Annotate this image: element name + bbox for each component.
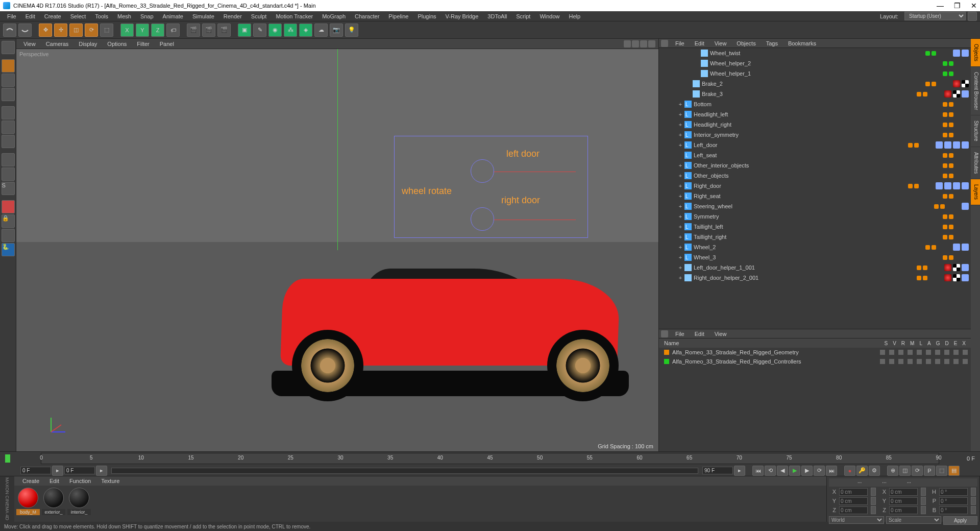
object-row[interactable]: Wheel_twist [659,48,971,58]
menu-pipeline[interactable]: Pipeline [384,12,412,20]
visibility-dot[interactable] [943,255,947,260]
menu-script[interactable]: Script [512,12,534,20]
deformer-button[interactable]: ◈ [299,23,312,37]
visibility-dot[interactable] [943,174,947,178]
vp-nav-icon[interactable] [640,40,647,47]
visibility-dot[interactable] [949,123,953,127]
points-mode[interactable] [2,106,15,119]
laymenu-view[interactable]: View [710,330,731,337]
environment-button[interactable]: ☁ [314,23,328,37]
visibility-dot[interactable] [914,143,919,148]
layer-flag[interactable] [917,350,922,355]
tag-t2[interactable] [962,90,969,98]
laymenu-file[interactable]: File [671,330,689,337]
visibility-dot[interactable] [908,184,913,188]
workplane-mode[interactable] [2,88,15,101]
tag-chk[interactable] [953,264,960,271]
visibility-dot[interactable] [925,82,930,86]
layer-swatch[interactable] [664,350,669,355]
go-start-button[interactable]: ⏮ [752,466,764,476]
stepper[interactable] [921,506,926,514]
texture-mode[interactable] [2,74,15,87]
scale-tool[interactable]: ◫ [69,23,83,37]
next-frame[interactable]: ▶ [801,466,813,476]
object-row[interactable]: Wheel_helper_1 [659,68,971,79]
menu-sculpt[interactable]: Sculpt [247,12,271,20]
object-row[interactable]: +LSymmetry [659,211,971,222]
lock-toggle[interactable]: 🔒 [2,214,15,228]
snap-toggle[interactable]: S [2,182,15,195]
cube-primitive[interactable]: ▣ [238,23,251,37]
visibility-dot[interactable] [949,153,953,158]
visibility-dot[interactable] [932,245,936,250]
menu-file[interactable]: File [3,12,20,20]
object-row[interactable]: +LHeadlight_left [659,109,971,119]
layer-flag[interactable] [926,359,931,364]
menu-window[interactable]: Window [535,12,564,20]
object-row[interactable]: +Right_door_helper_2_001 [659,273,971,283]
tag-t2[interactable] [962,264,969,271]
tag-t2[interactable] [962,274,969,281]
object-row[interactable]: +LTaillight_right [659,232,971,242]
array-button[interactable]: ⁂ [284,23,297,37]
visibility-dot[interactable] [949,255,953,260]
viewport-canvas[interactable]: Perspective left door wheel rotate right… [16,49,658,451]
coord-system[interactable]: 🏷 [166,23,180,37]
vp-nav-icon[interactable] [624,40,631,47]
object-row[interactable]: +LTaillight_left [659,222,971,232]
tag-xp4[interactable] [962,141,969,149]
visibility-dot[interactable] [943,133,947,137]
layout-picker[interactable]: Layout: Startup (User) [876,12,977,21]
object-row[interactable]: +LHeadlight_right [659,119,971,130]
pen-tool[interactable]: ✎ [253,23,266,37]
autokey-button[interactable]: 🔑 [856,466,868,476]
object-row[interactable]: +LRight_seat [659,191,971,201]
visibility-dot[interactable] [940,204,945,209]
vp-nav-icon[interactable] [648,40,655,47]
visibility-dot[interactable] [949,225,953,229]
recent-tool[interactable]: ⬚ [100,23,113,37]
tl-open[interactable]: ▤ [948,466,960,476]
stepper[interactable] [921,497,926,505]
cm-icon[interactable] [831,478,837,485]
visibility-dot[interactable] [925,245,930,250]
edges-mode[interactable] [2,120,15,134]
visibility-dot[interactable] [949,133,953,137]
layer-flag[interactable] [963,359,968,364]
visibility-dot[interactable] [943,235,947,239]
coord-input[interactable] [939,497,968,505]
object-row[interactable]: Brake_3 [659,89,971,99]
object-row[interactable]: Brake_2 [659,79,971,89]
tag-xp3[interactable] [953,141,960,149]
layer-swatch[interactable] [664,359,669,364]
menu-simulate[interactable]: Simulate [188,12,218,20]
visibility-dot[interactable] [923,276,927,280]
layer-flag[interactable] [889,350,894,355]
sidetab-structure[interactable]: Structure [971,115,980,147]
stepper[interactable] [971,497,976,505]
visibility-dot[interactable] [949,163,953,168]
layer-flag[interactable] [953,350,959,355]
menu-snap[interactable]: Snap [136,12,158,20]
layer-flag[interactable] [908,359,913,364]
coord-input[interactable] [839,506,868,514]
render-region[interactable]: 🎬 [202,23,215,37]
tag-xp1[interactable] [953,244,960,251]
car-model[interactable] [261,269,639,401]
close-button[interactable]: ✕ [971,2,977,10]
object-row[interactable]: Wheel_helper_2 [659,58,971,68]
layer-flag[interactable] [898,350,903,355]
object-row[interactable]: LLeft_seat [659,150,971,160]
vpmenu-display[interactable]: Display [75,40,101,48]
visibility-dot[interactable] [949,112,953,117]
object-row[interactable]: +LWheel_2 [659,242,971,252]
z-axis-lock[interactable]: Z [151,23,164,37]
menu-create[interactable]: Create [40,12,65,20]
render-view[interactable]: 🎬 [187,23,200,37]
camera-button[interactable]: 📷 [330,23,343,37]
visibility-dot[interactable] [925,51,930,56]
object-row[interactable]: +LInterior_symmetry [659,130,971,140]
menu-motion tracker[interactable]: Motion Tracker [272,12,317,20]
matmenu-function[interactable]: Function [65,477,95,485]
tl-go-start[interactable] [64,467,95,474]
